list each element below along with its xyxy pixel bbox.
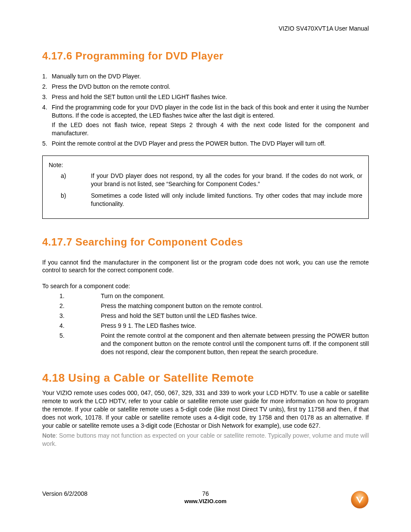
list-marker: 5.	[42, 140, 52, 148]
list-item: 3. Press and hold the SET button until t…	[42, 93, 369, 101]
list-marker: 1.	[42, 72, 52, 81]
list-item: 4. Press 9 9 1. The LED flashes twice.	[42, 322, 369, 330]
heading-cable-satellite: 4.18 Using a Cable or Satellite Remote	[42, 371, 369, 385]
searching-steps-list: 1. Turn on the component. 2. Press the m…	[42, 292, 369, 356]
searching-lead: To search for a component code:	[42, 282, 369, 290]
dvd-steps-list: 1. Manually turn on the DVD Player. 2. P…	[42, 72, 369, 148]
note-text: : Some buttons may not function as expec…	[42, 432, 369, 447]
list-text: Press the matching component button on t…	[101, 302, 369, 310]
list-text: Point the remote control at the DVD Play…	[52, 140, 369, 148]
footer-page-number: 76	[42, 490, 369, 497]
list-text-sub: If the LED does not flash twice, repeat …	[52, 121, 369, 137]
footer-row: Version 6/2/2008 76 .	[42, 490, 369, 497]
note-title: Note:	[49, 161, 362, 169]
cable-body: Your VIZIO remote uses codes 000, 047, 0…	[42, 389, 369, 429]
list-marker: 3.	[42, 312, 101, 320]
note-item: b) Sometimes a code listed will only inc…	[49, 192, 362, 208]
vizio-logo-icon	[351, 491, 369, 509]
note-item: a) If your DVD player does not respond, …	[49, 172, 362, 188]
list-marker: 3.	[42, 93, 52, 101]
note-text: If your DVD player does not respond, try…	[91, 172, 362, 188]
cable-note: Note: Some buttons may not function as e…	[42, 432, 369, 448]
list-item: 2. Press the DVD button on the remote co…	[42, 83, 369, 91]
page-footer: Version 6/2/2008 76 . www.VIZIO.com	[42, 490, 369, 504]
list-text: Press 9 9 1. The LED flashes twice.	[101, 322, 369, 330]
list-item: 5. Point the remote control at the DVD P…	[42, 140, 369, 148]
list-marker: 5.	[42, 332, 101, 356]
list-item: 1. Manually turn on the DVD Player.	[42, 72, 369, 81]
list-text: Manually turn on the DVD Player.	[52, 72, 369, 81]
note-label: Note	[42, 432, 56, 439]
note-marker: b)	[49, 192, 91, 208]
list-text: Point the remote control at the componen…	[101, 332, 369, 356]
list-marker: 4.	[42, 322, 101, 330]
note-list: a) If your DVD player does not respond, …	[49, 172, 362, 208]
list-item: 3. Press and hold the SET button until t…	[42, 312, 369, 320]
list-marker: 4.	[42, 103, 52, 138]
note-marker: a)	[49, 172, 91, 188]
list-marker: 2.	[42, 83, 52, 91]
list-text: Press the DVD button on the remote contr…	[52, 83, 369, 91]
heading-programming-dvd: 4.17.6 Programming for DVD Player	[42, 50, 369, 62]
list-text: Press and hold the SET button until the …	[101, 312, 369, 320]
list-marker: 1.	[42, 292, 101, 300]
list-text: Press and hold the SET button until the …	[52, 93, 369, 101]
footer-url: www.VIZIO.com	[42, 498, 369, 504]
svg-point-0	[351, 491, 368, 508]
header-product-line: VIZIO SV470XVT1A User Manual	[42, 25, 369, 32]
searching-intro: If you cannot find the manufacturer in t…	[42, 258, 369, 275]
list-text: Find the programming code for your DVD p…	[52, 103, 369, 138]
heading-searching-codes: 4.17.7 Searching for Component Codes	[42, 236, 369, 248]
list-item: 4. Find the programming code for your DV…	[42, 103, 369, 138]
page-container: VIZIO SV470XVT1A User Manual 4.17.6 Prog…	[0, 0, 411, 532]
list-item: 1. Turn on the component.	[42, 292, 369, 300]
list-marker: 2.	[42, 302, 101, 310]
note-text: Sometimes a code listed will only includ…	[91, 192, 362, 208]
list-item: 5. Point the remote control at the compo…	[42, 332, 369, 356]
note-box: Note: a) If your DVD player does not res…	[42, 156, 369, 218]
list-item: 2. Press the matching component button o…	[42, 302, 369, 310]
list-text: Turn on the component.	[101, 292, 369, 300]
list-text-main: Find the programming code for your DVD p…	[52, 104, 369, 119]
